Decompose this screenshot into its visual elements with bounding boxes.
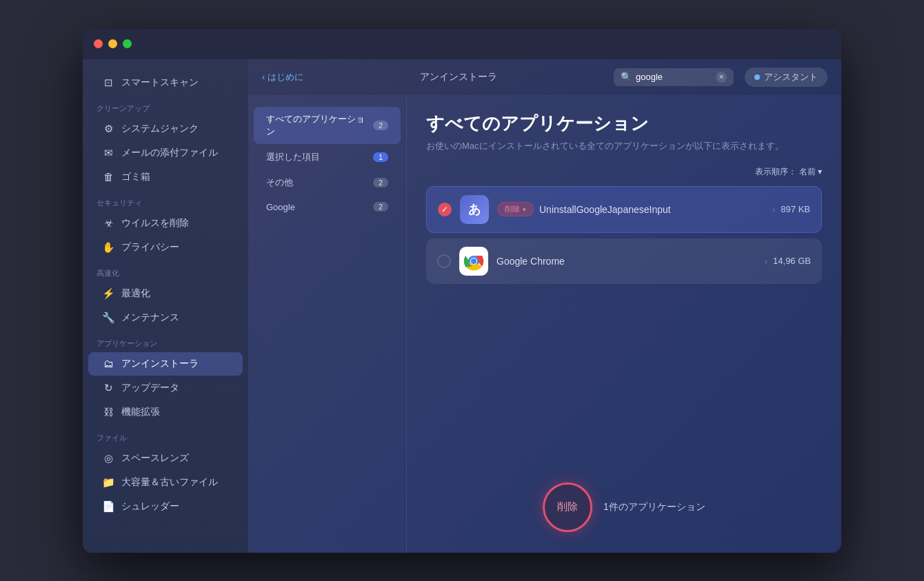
app-icon-japanese-input: あ [460, 195, 489, 224]
sidebar-category-files: ファイル [83, 425, 248, 446]
app-name-row-japanese: 削除 ▾ UninstallGoogleJapaneseInput [497, 202, 764, 216]
category-all-badge: 2 [373, 121, 388, 130]
app-checkbox-chrome[interactable] [437, 254, 451, 268]
app-icon-chrome [459, 247, 488, 276]
app-name-japanese-input: UninstallGoogleJapaneseInput [539, 204, 671, 215]
sidebar-item-large-old[interactable]: 📁 大容量＆古いファイル [88, 471, 243, 494]
uninstaller-icon: 🗂 [102, 358, 114, 370]
sidebar-category-speed: 高速化 [83, 260, 248, 281]
search-clear-button[interactable]: ✕ [716, 72, 727, 83]
delete-tag: 削除 ▾ [497, 202, 534, 216]
chevron-right-icon-chrome: › [764, 256, 767, 267]
delete-button[interactable]: 削除 [543, 482, 592, 532]
topbar: ‹ はじめに アンインストーラ 🔍 ✕ アシスタント [248, 59, 841, 95]
maintenance-icon: 🔧 [102, 312, 114, 324]
app-row-japanese-input[interactable]: ✓ あ 削除 ▾ UninstallGoogleJapaneseInput [426, 186, 822, 233]
sidebar-category-apps: アプリケーション [83, 330, 248, 351]
extensions-icon: ⛓ [102, 406, 114, 418]
sidebar-item-trash[interactable]: 🗑 ゴミ箱 [88, 165, 243, 189]
smart-scan-icon: ⊡ [102, 77, 114, 89]
space-lens-icon: ◎ [102, 452, 114, 465]
sidebar-category-cleanup: クリーンアップ [83, 95, 248, 116]
shredder-icon: 📄 [102, 500, 114, 513]
sidebar-item-optimize[interactable]: ⚡ 最適化 [88, 282, 243, 305]
checkmark-icon: ✓ [441, 205, 448, 214]
sidebar-category-security: セキュリティ [83, 190, 248, 211]
category-other[interactable]: その他 2 [254, 170, 401, 195]
mail-icon: ✉ [102, 147, 114, 159]
app-row-right-chrome: › 14,96 GB [764, 256, 811, 267]
split-pane: すべてのアプリケーション 2 選択した項目 1 その他 2 Google 2 [248, 95, 841, 553]
system-junk-icon: ⚙ [102, 123, 114, 135]
app-size-japanese: 897 KB [781, 204, 810, 214]
app-row-right-japanese: › 897 KB [772, 204, 810, 215]
page-subtitle: お使いのMacにインストールされている全てのアプリケーションが以下に表示されます… [426, 140, 822, 152]
delete-count-label: 1件のアプリケーション [603, 501, 705, 513]
sidebar: ⊡ スマートスキャン クリーンアップ ⚙ システムジャンク ✉ メールの添付ファ… [83, 59, 248, 553]
search-icon: 🔍 [621, 72, 632, 82]
content-area: ‹ はじめに アンインストーラ 🔍 ✕ アシスタント [248, 59, 841, 553]
virus-icon: ☣ [102, 217, 114, 230]
privacy-icon: ✋ [102, 241, 114, 254]
sidebar-item-system-junk[interactable]: ⚙ システムジャンク [88, 117, 243, 141]
sort-row: 表示順序： 名前 ▾ [426, 166, 822, 178]
app-size-chrome: 14,96 GB [773, 256, 811, 266]
sort-value[interactable]: 名前 ▾ [799, 166, 822, 178]
category-other-badge: 2 [373, 178, 388, 187]
category-selected[interactable]: 選択した項目 1 [254, 145, 401, 170]
topbar-title: アンインストーラ [314, 71, 603, 83]
sidebar-item-smart-scan[interactable]: ⊡ スマートスキャン [88, 71, 243, 94]
back-button[interactable]: ‹ はじめに [262, 71, 303, 83]
search-box: 🔍 ✕ [614, 68, 734, 86]
sidebar-item-uninstaller[interactable]: 🗂 アンインストーラ [88, 352, 243, 376]
updater-icon: ↻ [102, 382, 114, 394]
sidebar-item-privacy[interactable]: ✋ プライバシー [88, 236, 243, 259]
svg-point-3 [471, 258, 476, 264]
category-google-badge: 2 [373, 202, 388, 212]
main-layout: ⊡ スマートスキャン クリーンアップ ⚙ システムジャンク ✉ メールの添付ファ… [83, 59, 841, 553]
sidebar-item-extensions[interactable]: ⛓ 機能拡張 [88, 400, 243, 424]
app-name-chrome: Google Chrome [496, 256, 565, 267]
large-old-icon: 📁 [102, 476, 114, 489]
sidebar-item-mail-attachments[interactable]: ✉ メールの添付ファイル [88, 141, 243, 165]
category-pane: すべてのアプリケーション 2 選択した項目 1 その他 2 Google 2 [248, 95, 407, 553]
main-window: ⊡ スマートスキャン クリーンアップ ⚙ システムジャンク ✉ メールの添付ファ… [83, 29, 841, 553]
maximize-button[interactable] [123, 39, 132, 48]
sidebar-item-maintenance[interactable]: 🔧 メンテナンス [88, 306, 243, 329]
app-list: ✓ あ 削除 ▾ UninstallGoogleJapaneseInput [426, 186, 822, 284]
minimize-button[interactable] [108, 39, 117, 48]
chevron-left-icon: ‹ [262, 72, 265, 82]
app-name-row-chrome: Google Chrome [496, 256, 756, 267]
sidebar-item-updater[interactable]: ↻ アップデータ [88, 376, 243, 400]
category-all-apps[interactable]: すべてのアプリケーション 2 [254, 107, 401, 144]
page-title: すべてのアプリケーション [426, 112, 822, 136]
search-input[interactable] [636, 72, 712, 82]
category-selected-badge: 1 [373, 152, 388, 162]
trash-icon: 🗑 [102, 171, 114, 183]
close-button[interactable] [94, 39, 103, 48]
sidebar-item-shredder[interactable]: 📄 シュレッダー [88, 495, 243, 518]
chevron-right-icon-japanese: › [772, 204, 776, 215]
sidebar-item-virus[interactable]: ☣ ウイルスを削除 [88, 212, 243, 235]
assistant-dot-icon [754, 74, 760, 80]
titlebar [83, 29, 841, 59]
app-row-chrome[interactable]: Google Chrome › 14,96 GB [426, 238, 822, 284]
app-checkbox-japanese-input[interactable]: ✓ [438, 203, 452, 216]
optimize-icon: ⚡ [102, 287, 114, 300]
dropdown-icon: ▾ [523, 206, 526, 213]
sidebar-item-space-lens[interactable]: ◎ スペースレンズ [88, 447, 243, 470]
bottom-action: 削除 1件のアプリケーション [543, 482, 705, 532]
right-pane: すべてのアプリケーション お使いのMacにインストールされている全てのアプリケー… [407, 95, 841, 553]
category-google[interactable]: Google 2 [254, 196, 401, 218]
chrome-svg-icon [463, 250, 485, 272]
assistant-button[interactable]: アシスタント [745, 68, 827, 87]
